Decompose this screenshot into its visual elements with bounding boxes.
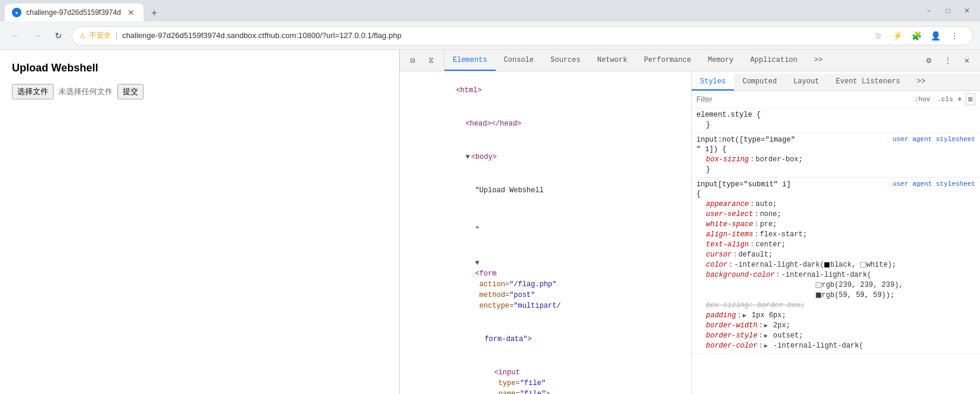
- styles-tab-styles[interactable]: Styles: [692, 74, 734, 90]
- class-filter-button[interactable]: .cls: [934, 95, 956, 104]
- styles-panel: Styles Computed Layout Event Listeners >…: [692, 71, 980, 394]
- css-prop-text-align: text-align: center;: [706, 240, 975, 250]
- html-line[interactable]: [400, 207, 691, 213]
- styles-tab-more[interactable]: >>: [909, 74, 934, 90]
- profile-icon[interactable]: 👤: [927, 27, 944, 44]
- html-line[interactable]: ": [400, 213, 691, 246]
- tab-close-button[interactable]: ✕: [126, 7, 136, 18]
- html-line[interactable]: ▼<body>: [400, 140, 691, 174]
- border-style-expand-arrow[interactable]: ▶: [764, 333, 768, 339]
- tab-performance[interactable]: Performance: [636, 50, 699, 71]
- element-picker-icon[interactable]: ⊡: [405, 52, 421, 69]
- file-upload-form: 选择文件 未选择任何文件 提交: [12, 84, 387, 99]
- add-style-rule-button[interactable]: +: [957, 95, 962, 104]
- maximize-button[interactable]: □: [939, 2, 956, 19]
- css-prop-user-select: user-select: none;: [706, 209, 975, 220]
- devtools-more-icon[interactable]: ⋮: [939, 52, 956, 69]
- css-prop-appearance: appearance: auto;: [706, 199, 975, 209]
- hover-filter-button[interactable]: :hov: [911, 95, 933, 104]
- file-name-label: 未选择任何文件: [58, 86, 113, 97]
- separator: |: [116, 32, 117, 40]
- forward-button[interactable]: →: [29, 27, 45, 44]
- elements-panel: <html> <head></head> ▼<body> "Upload Web…: [400, 71, 692, 394]
- tab-sources[interactable]: Sources: [542, 50, 589, 71]
- url-text: challenge-97d26d5159f3974d.sandbox.ctfhu…: [122, 31, 402, 40]
- css-property-box-sizing: box-sizing : border-box;: [706, 155, 975, 165]
- tab-title: challenge-97d26d5159f3974d: [26, 8, 121, 17]
- active-tab[interactable]: challenge-97d26d5159f3974d ✕: [5, 4, 144, 21]
- close-window-button[interactable]: ✕: [959, 2, 975, 19]
- styles-tab-computed[interactable]: Computed: [734, 74, 785, 90]
- file-choose-button[interactable]: 选择文件: [12, 84, 54, 99]
- css-rule-body: box-sizing : border-box; }: [706, 155, 975, 175]
- css-rules-container: element.style { } input:not([typ: [692, 108, 980, 392]
- css-prop-cursor: cursor: default;: [706, 250, 975, 260]
- address-right-icons: ☆ ⚡ 🧩 👤 ⋮: [870, 27, 965, 44]
- back-button[interactable]: ←: [7, 27, 24, 44]
- tab-memory[interactable]: Memory: [699, 50, 742, 71]
- collapse-button[interactable]: ⊞: [966, 93, 975, 105]
- devtools-close-icon[interactable]: ✕: [959, 52, 975, 69]
- devtools-toolbar: ⊡ ⧖ Elements Console Sources Network Per…: [400, 50, 980, 71]
- border-color-expand-arrow[interactable]: ▶: [764, 343, 768, 349]
- html-line[interactable]: form-data">: [400, 323, 691, 356]
- css-prop-align-items: align-items: flex-start;: [706, 230, 975, 240]
- css-selector-label: element.style {: [696, 111, 975, 119]
- refresh-button[interactable]: ↻: [50, 27, 67, 44]
- menu-icon[interactable]: ⋮: [946, 27, 963, 44]
- styles-tab-event-listeners[interactable]: Event Listeners: [827, 74, 909, 90]
- devtools-right-controls: ⚙ ⋮ ✕: [916, 50, 980, 71]
- browser-chrome: challenge-97d26d5159f3974d ✕ + − □ ✕ ← →…: [0, 0, 980, 394]
- css-rule-input-not-image: input:not([type="image" user agent style…: [692, 133, 980, 178]
- css-prop-padding: padding: ▶ 1px 6px;: [706, 311, 975, 321]
- css-prop-background-color: background-color: -internal-light-dark( …: [706, 270, 975, 301]
- css-rule-body: appearance: auto; user-select: none; whi…: [706, 199, 975, 351]
- css-source-link[interactable]: user agent stylesheet: [892, 136, 975, 144]
- css-prop-white-space: white-space: pre;: [706, 220, 975, 230]
- padding-expand-arrow[interactable]: ▶: [743, 312, 746, 319]
- minimize-button[interactable]: −: [920, 2, 937, 19]
- devtools-panel: ⊡ ⧖ Elements Console Sources Network Per…: [399, 50, 980, 394]
- css-brace-open: {: [696, 190, 975, 198]
- css-rule-input-submit: input[type="submit" i] user agent styles…: [692, 178, 980, 354]
- css-rule-body: }: [706, 120, 975, 130]
- tab-strip: challenge-97d26d5159f3974d ✕ +: [5, 0, 916, 21]
- html-line[interactable]: ▼ <form action="/flag.php" method="post"…: [400, 246, 691, 323]
- styles-filter-input[interactable]: [696, 95, 909, 104]
- filter-bar: :hov .cls + ⊞: [692, 91, 980, 108]
- html-line[interactable]: <head></head>: [400, 107, 691, 140]
- device-toolbar-icon[interactable]: ⧖: [422, 52, 439, 69]
- submit-button[interactable]: 提交: [117, 84, 144, 99]
- page-title: Upload Webshell: [12, 62, 387, 74]
- devtools-tabs: Elements Console Sources Network Perform…: [444, 50, 916, 71]
- tab-network[interactable]: Network: [589, 50, 635, 71]
- tab-application[interactable]: Application: [742, 50, 805, 71]
- css-source-link[interactable]: user agent stylesheet: [892, 180, 975, 189]
- css-selector-label: input:not([type="image" user agent style…: [696, 136, 975, 144]
- devtools-inspect-icons: ⊡ ⧖: [400, 50, 444, 71]
- css-prop-color: color: -internal-light-dark(black, white…: [706, 260, 975, 270]
- lightning-icon[interactable]: ⚡: [889, 27, 906, 44]
- css-prop-border-color: border-color: ▶ -internal-light-dark(: [706, 341, 975, 351]
- tab-console[interactable]: Console: [496, 50, 542, 71]
- security-label: 不安全: [89, 30, 111, 40]
- css-selector-cont: " i]) {: [696, 145, 975, 154]
- bookmark-icon[interactable]: ☆: [870, 27, 886, 44]
- address-input[interactable]: ⚠ 不安全 | challenge-97d26d5159f3974d.sandb…: [71, 26, 973, 45]
- html-line[interactable]: <html>: [400, 74, 691, 107]
- devtools-settings-icon[interactable]: ⚙: [920, 52, 937, 69]
- styles-tabs: Styles Computed Layout Event Listeners >…: [692, 74, 980, 91]
- css-close-brace: }: [706, 165, 975, 175]
- html-line[interactable]: "Upload Webshell: [400, 174, 691, 207]
- extension-icon[interactable]: 🧩: [908, 27, 925, 44]
- styles-tab-layout[interactable]: Layout: [785, 74, 827, 90]
- tab-elements[interactable]: Elements: [444, 50, 496, 71]
- tab-favicon: [12, 8, 21, 17]
- tab-more[interactable]: >>: [806, 50, 831, 71]
- border-width-expand-arrow[interactable]: ▶: [764, 323, 768, 329]
- html-line[interactable]: <input type="file" name="file">: [400, 356, 691, 394]
- css-close-brace: }: [706, 120, 975, 130]
- address-bar: ← → ↻ ⚠ 不安全 | challenge-97d26d5159f3974d…: [0, 21, 980, 50]
- new-tab-button[interactable]: +: [146, 5, 163, 21]
- page-content: Upload Webshell 选择文件 未选择任何文件 提交: [0, 50, 399, 394]
